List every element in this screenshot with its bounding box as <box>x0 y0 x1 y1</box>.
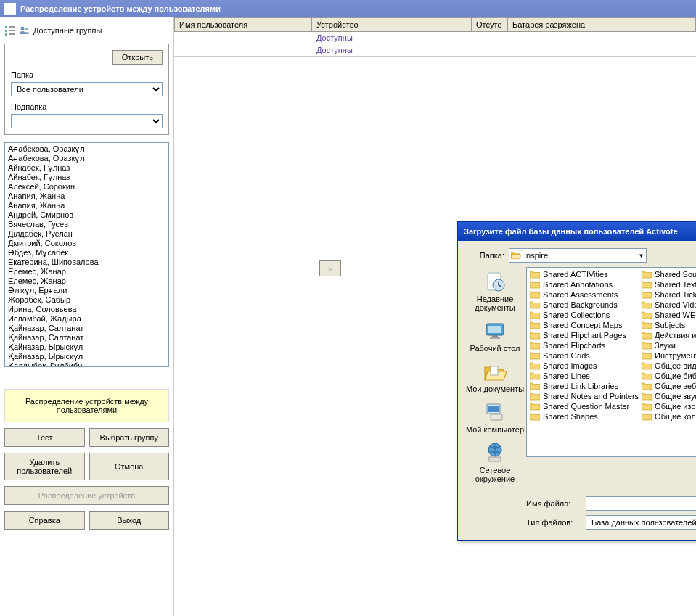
groups-header: Доступные группы <box>4 22 169 39</box>
dialog-folder-select[interactable]: Inspire ▼ <box>509 248 647 263</box>
place-recent[interactable]: Недавние документы <box>464 270 526 312</box>
svg-rect-1 <box>5 30 7 32</box>
table-row[interactable]: Доступны <box>174 32 696 44</box>
user-list-item[interactable]: Айнабек, Гүлназ <box>7 173 167 182</box>
app-icon <box>4 3 16 15</box>
filetype-select[interactable]: База данных пользователей Activote(.udb) <box>586 515 696 530</box>
user-list-item[interactable]: Ағабекова, Оразкүл <box>7 144 167 154</box>
user-list-item[interactable]: Анапия, Жанна <box>7 192 167 201</box>
file-item[interactable]: Звуки <box>640 340 696 350</box>
window-title: Распределение устройств между пользовате… <box>20 4 221 13</box>
file-item[interactable]: Shared Flipcharts <box>528 340 640 350</box>
file-item[interactable]: Shared Concept Maps <box>528 320 640 330</box>
user-list-item[interactable]: Дмитрий, Соколов <box>7 239 167 248</box>
user-list-item[interactable]: Айнабек, Гүлназ <box>7 163 167 173</box>
users-icon <box>19 25 30 36</box>
user-list-item[interactable]: Ағабекова, Оразкүл <box>7 154 167 163</box>
svg-rect-21 <box>488 406 499 412</box>
user-list-item[interactable]: Вячеслав, Гусев <box>7 220 167 229</box>
file-item[interactable]: Shared Collections <box>528 310 640 320</box>
place-desktop[interactable]: Рабочий стол <box>464 319 526 353</box>
cancel-button[interactable]: Отмена <box>89 453 170 480</box>
user-list-item[interactable]: Әбдез, Мұсабек <box>7 248 167 258</box>
groups-label: Доступные группы <box>33 26 102 35</box>
file-item[interactable]: Shared Videos <box>640 300 696 310</box>
select-group-button[interactable]: Выбрать группу <box>89 428 170 447</box>
file-item[interactable]: Shared WEB Links <box>640 310 696 320</box>
file-dialog: Загрузите файл базы данных пользователей… <box>457 221 696 541</box>
file-item[interactable]: Shared Grids <box>528 350 640 361</box>
content-area: » Имя пользователя Устройство Отсутс Бат… <box>174 17 696 616</box>
user-list[interactable]: Ағабекова, ОразкүлАғабекова, ОразкүлАйна… <box>4 142 169 367</box>
list-icon <box>4 25 16 36</box>
file-item[interactable]: Shared Flipchart Pages <box>528 330 640 340</box>
sidebar: Доступные группы Открыть Папка Все польз… <box>0 17 174 616</box>
user-list-item[interactable]: Елемес, Жанар <box>7 267 167 276</box>
test-button[interactable]: Тест <box>4 428 85 447</box>
user-list-item[interactable]: Екатерина, Шиповалова <box>7 258 167 267</box>
file-item[interactable]: Shared Assessments <box>528 289 640 300</box>
place-mycomp[interactable]: Мой компьютер <box>464 401 526 434</box>
col-device[interactable]: Устройство <box>312 17 472 32</box>
user-list-item[interactable]: Андрей, Смирнов <box>7 210 167 220</box>
svg-point-7 <box>25 28 28 30</box>
file-item[interactable]: Subjects <box>640 320 696 330</box>
filetype-label: Тип файлов: <box>526 518 580 527</box>
file-item[interactable]: Shared Notes and Pointers <box>528 391 640 401</box>
file-item[interactable]: Общие веб-ссылки <box>640 381 696 391</box>
delete-users-button[interactable]: Удалить пользователей <box>4 453 85 480</box>
open-button[interactable]: Открыть <box>112 50 163 65</box>
file-item[interactable]: Общие коллекции <box>640 411 696 422</box>
file-item[interactable]: Shared Shapes <box>528 411 640 422</box>
folder-select[interactable]: Все пользователи <box>11 82 163 96</box>
move-right-button[interactable]: » <box>319 260 341 276</box>
file-item[interactable]: Shared Lines <box>528 371 640 381</box>
distribute-button[interactable]: Распределение устройств <box>4 486 169 505</box>
file-item[interactable]: Shared Backgrounds <box>528 300 640 310</box>
file-item[interactable]: Общие изображения <box>640 401 696 411</box>
filename-input[interactable] <box>586 496 696 511</box>
subfolder-select[interactable] <box>11 114 163 128</box>
user-list-item[interactable]: Әлікүл, Ерғали <box>7 286 167 295</box>
user-list-item[interactable]: Ділдабек, Руслан <box>7 229 167 239</box>
window-title-bar: Распределение устройств между пользовате… <box>0 0 696 17</box>
file-item[interactable]: Shared Link Libraries <box>528 381 640 391</box>
file-item[interactable]: Инструменты для разработки урока <box>640 350 696 361</box>
file-item[interactable]: Shared Sounds <box>640 269 696 279</box>
table-row[interactable]: Доступны <box>174 44 696 57</box>
svg-rect-25 <box>489 457 501 461</box>
file-item[interactable]: Shared Images <box>528 361 640 371</box>
file-item[interactable]: Общие библиотеки ссылок <box>640 371 696 381</box>
user-list-item[interactable]: Елемес, Жанар <box>7 276 167 286</box>
user-list-item[interactable]: Исламбай, Жадыра <box>7 314 167 324</box>
distribution-info: Распределение устройств между пользовате… <box>4 389 169 422</box>
col-battery[interactable]: Батарея разряжена <box>508 17 696 32</box>
file-list[interactable]: Shared ACTIVitiesShared AnnotationsShare… <box>526 267 696 457</box>
file-item[interactable]: Shared ACTIVities <box>528 269 640 279</box>
place-mydocs[interactable]: Мои документы <box>464 360 526 393</box>
user-list-item[interactable]: Қайназар, Ырыскүл <box>7 352 167 361</box>
svg-rect-0 <box>5 26 7 28</box>
dialog-title-bar[interactable]: Загрузите файл базы данных пользователей… <box>458 222 696 241</box>
user-list-item[interactable]: Қалдыбек, Гүлбиби <box>7 361 167 367</box>
file-item[interactable]: Shared Question Master <box>528 401 640 411</box>
file-item[interactable]: Действия и шаблоны <box>640 330 696 340</box>
user-list-item[interactable]: Қайназар, Ырыскүл <box>7 342 167 352</box>
user-list-item[interactable]: Қайназар, Салтанат <box>7 333 167 342</box>
user-list-item[interactable]: Қайназар, Салтанат <box>7 324 167 333</box>
col-user[interactable]: Имя пользователя <box>174 17 312 32</box>
file-item[interactable]: Shared Annotations <box>528 279 640 289</box>
file-item[interactable]: Общее видео <box>640 361 696 371</box>
user-list-item[interactable]: Анапия, Жанна <box>7 201 167 210</box>
file-item[interactable]: Shared Tickertapes <box>640 289 696 300</box>
place-network[interactable]: Сетевое окружение <box>464 441 526 483</box>
user-list-item[interactable]: Алексей, Сорокин <box>7 182 167 192</box>
user-list-item[interactable]: Жорабек, Сабыр <box>7 295 167 305</box>
user-list-item[interactable]: Ирина, Соловьева <box>7 305 167 314</box>
exit-button[interactable]: Выход <box>89 511 170 530</box>
filename-label: Имя файла: <box>526 499 580 508</box>
col-absent[interactable]: Отсутс <box>472 17 508 32</box>
help-button[interactable]: Справка <box>4 511 85 530</box>
file-item[interactable]: Shared Text <box>640 279 696 289</box>
file-item[interactable]: Общие звуки <box>640 391 696 401</box>
